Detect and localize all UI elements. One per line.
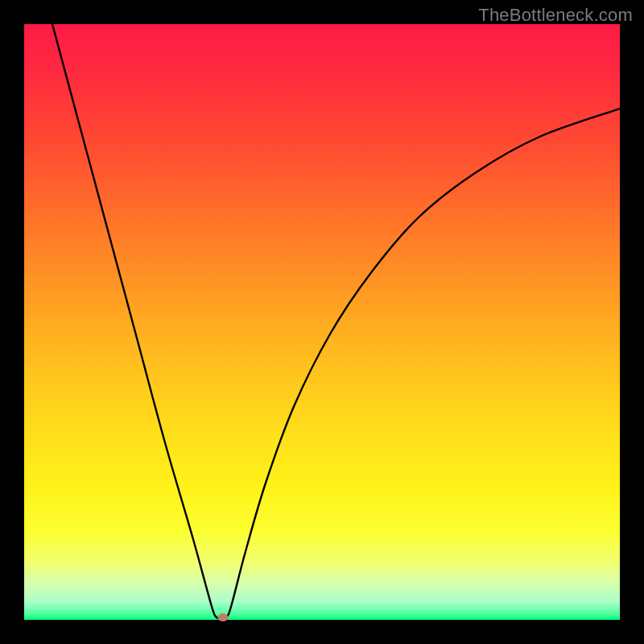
chart-frame: TheBottleneck.com [0,0,644,644]
watermark-text: TheBottleneck.com [478,5,633,26]
minimum-marker [218,613,229,621]
plot-area [24,24,620,620]
bottleneck-curve [24,24,620,620]
